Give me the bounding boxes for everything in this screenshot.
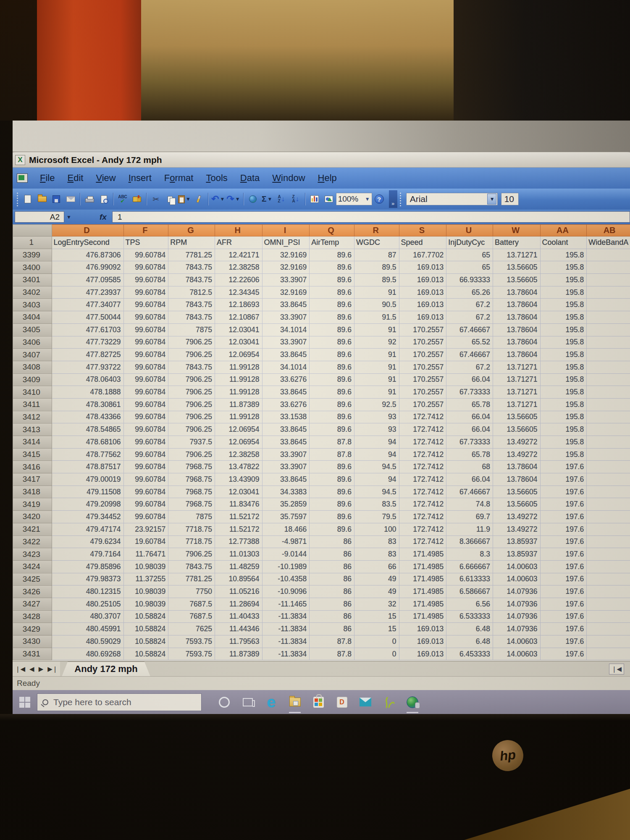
redo-dropdown-icon[interactable]: ▼ [235, 196, 240, 202]
cell[interactable]: 11.48259 [215, 560, 262, 573]
cell[interactable]: 197.6 [540, 560, 587, 573]
row-header[interactable]: 3414 [13, 436, 52, 449]
cell[interactable]: 7968.75 [168, 473, 215, 486]
cell[interactable]: 33.6276 [262, 373, 310, 386]
cell[interactable]: 89.6 [310, 249, 354, 261]
cell[interactable]: 7968.75 [168, 498, 215, 511]
cell[interactable]: 172.7412 [399, 411, 446, 423]
cell[interactable]: Coolant [540, 236, 587, 249]
cell[interactable]: 89.6 [310, 411, 354, 423]
cell[interactable]: 11.44346 [215, 623, 262, 635]
menu-item-file[interactable]: File [40, 173, 55, 184]
cell[interactable]: 15 [354, 610, 399, 623]
row-header[interactable]: 3399 [13, 249, 52, 261]
cell[interactable]: 12.34345 [215, 286, 262, 299]
column-header-W[interactable]: W [493, 225, 540, 236]
cell[interactable]: 13.78604 [493, 461, 540, 473]
cell[interactable]: 89.6 [310, 423, 354, 436]
column-header-AA[interactable]: AA [540, 225, 587, 236]
cell[interactable]: 14.07936 [493, 610, 540, 623]
cell[interactable]: 14.00603 [493, 573, 540, 585]
cell[interactable]: 170.2557 [399, 386, 446, 399]
cell[interactable] [587, 336, 630, 349]
cell[interactable]: 67.2 [446, 299, 493, 311]
cell[interactable]: 197.6 [540, 635, 587, 648]
edge-button[interactable]: e [262, 690, 281, 714]
cell[interactable] [587, 511, 630, 523]
cell[interactable]: 34.3383 [262, 486, 310, 498]
cell[interactable]: 170.2557 [399, 336, 446, 349]
cell[interactable]: 477.61703 [52, 323, 123, 336]
cell[interactable]: 19.60784 [123, 536, 168, 548]
cell[interactable]: 99.60784 [123, 249, 168, 261]
cell[interactable]: RPM [168, 236, 215, 249]
cell[interactable]: 170.2557 [399, 361, 446, 373]
cell[interactable]: 478.77562 [52, 448, 123, 461]
cell[interactable]: Battery [493, 236, 540, 249]
cell[interactable]: 167.7702 [399, 249, 446, 261]
cell[interactable]: 478.87517 [52, 461, 123, 473]
row-header[interactable]: 3405 [13, 323, 52, 336]
cell[interactable]: 480.3707 [52, 610, 123, 623]
research-button[interactable] [131, 192, 143, 206]
cell[interactable]: 87.8 [310, 648, 354, 660]
cell[interactable]: 13.49272 [493, 448, 540, 461]
cell[interactable]: 91 [354, 286, 399, 299]
cell[interactable]: 171.4985 [399, 548, 446, 561]
cell[interactable]: 33.3907 [262, 448, 310, 461]
cell[interactable]: 11.99128 [215, 373, 262, 386]
cell[interactable]: 172.7412 [399, 473, 446, 486]
cell[interactable]: 195.8 [540, 398, 587, 411]
cell[interactable]: 12.38258 [215, 448, 262, 461]
cell[interactable]: 171.4985 [399, 610, 446, 623]
cell[interactable]: 83 [354, 536, 399, 548]
cell[interactable]: 90.5 [354, 299, 399, 311]
name-box-dropdown-icon[interactable]: ▼ [64, 211, 74, 223]
cell[interactable]: 6.48 [446, 623, 493, 635]
undo-dropdown-icon[interactable]: ▼ [220, 196, 225, 202]
cell[interactable]: 11.87389 [215, 648, 262, 660]
cell[interactable]: 7687.5 [168, 610, 215, 623]
cell[interactable]: 33.8645 [262, 349, 310, 361]
cell[interactable]: 13.78604 [493, 311, 540, 324]
cell[interactable]: 7593.75 [168, 648, 215, 660]
cell[interactable]: 13.71271 [493, 386, 540, 399]
cell[interactable]: 66.04 [446, 423, 493, 436]
cell[interactable]: -11.3834 [262, 648, 310, 660]
cell[interactable]: 11.87389 [215, 398, 262, 411]
cell[interactable]: 479.98373 [52, 573, 123, 585]
cell[interactable]: 11.52172 [215, 523, 262, 536]
new-document-button[interactable] [21, 192, 34, 206]
cell[interactable]: 197.6 [540, 585, 587, 598]
cell[interactable]: 13.56605 [493, 486, 540, 498]
cell[interactable]: 65 [446, 249, 493, 261]
cell[interactable]: 7781.25 [168, 249, 215, 261]
cell[interactable]: 92.5 [354, 398, 399, 411]
cell[interactable]: 14.00603 [493, 635, 540, 648]
cell[interactable]: 13.85937 [493, 536, 540, 548]
cell[interactable]: 7687.5 [168, 598, 215, 610]
cell[interactable]: 8.366667 [446, 536, 493, 548]
row-header[interactable]: 3415 [13, 448, 52, 461]
cell[interactable]: 33.8645 [262, 423, 310, 436]
cell[interactable]: 478.68106 [52, 436, 123, 449]
cell[interactable]: 171.4985 [399, 598, 446, 610]
cell[interactable]: 94 [354, 436, 399, 449]
cell[interactable]: 10.58824 [123, 635, 168, 648]
cell[interactable]: 13.56605 [493, 274, 540, 286]
cell[interactable]: 67.73333 [446, 386, 493, 399]
cell[interactable]: 89.6 [310, 398, 354, 411]
cell[interactable]: 477.93722 [52, 361, 123, 373]
cell[interactable]: 169.013 [399, 623, 446, 635]
cell[interactable]: 91 [354, 361, 399, 373]
cell[interactable]: 33.3907 [262, 311, 310, 324]
cell[interactable]: 99.60784 [123, 349, 168, 361]
cell[interactable]: 195.8 [540, 249, 587, 261]
cell[interactable]: 197.6 [540, 573, 587, 585]
start-button[interactable] [13, 690, 37, 714]
cell[interactable]: 11.01303 [215, 548, 262, 561]
cell[interactable]: 12.06954 [215, 436, 262, 449]
cell[interactable]: 197.6 [540, 610, 587, 623]
row-header[interactable]: 3406 [13, 336, 52, 349]
cell[interactable]: 195.8 [540, 261, 587, 274]
